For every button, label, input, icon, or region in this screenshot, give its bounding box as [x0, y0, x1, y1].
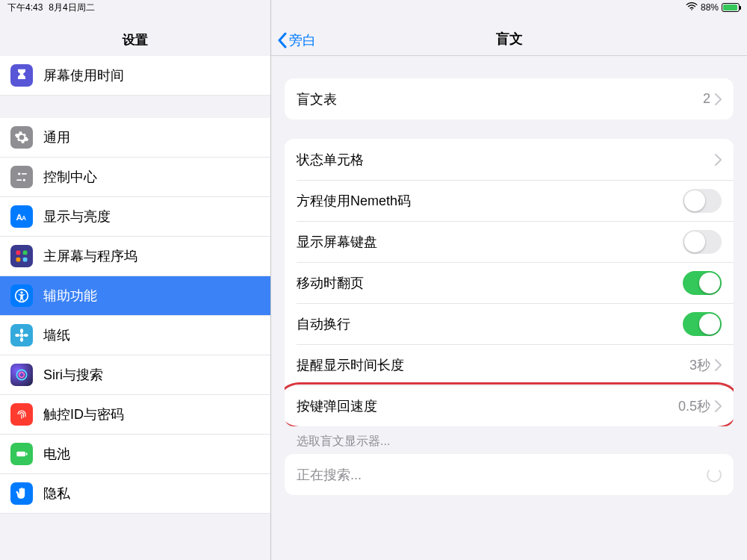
sidebar-item-touchid[interactable]: 触控ID与密码 [0, 395, 270, 435]
svg-point-18 [16, 370, 26, 379]
sidebar-item-control-center[interactable]: 控制中心 [0, 158, 270, 197]
sidebar-item-general[interactable]: 通用 [0, 118, 270, 158]
sidebar-item-siri[interactable]: Siri与搜索 [0, 355, 270, 395]
sidebar-item-label: 隐私 [43, 485, 260, 503]
svg-rect-20 [16, 452, 25, 457]
back-button[interactable]: 旁白 [277, 31, 316, 49]
svg-point-0 [691, 9, 692, 10]
battery-icon [722, 3, 740, 12]
spinner-icon [707, 467, 722, 482]
cell-panning: 移动时翻页 [285, 262, 734, 303]
cell-label: 显示屏幕键盘 [297, 233, 683, 251]
cell-label: 提醒显示时间长度 [297, 356, 689, 374]
fingerprint-icon [10, 403, 33, 426]
svg-rect-2 [22, 173, 27, 175]
sidebar-item-label: 控制中心 [43, 168, 260, 186]
cell-value: 0.5秒 [678, 397, 710, 415]
back-button-label: 旁白 [289, 31, 316, 49]
battery-percent: 88% [701, 2, 719, 13]
group-braille-options: 状态单元格 方程使用Nemeth码 显示屏幕键盘 移动时翻页 自动换行 [285, 139, 734, 426]
sidebar-item-label: 显示与亮度 [43, 208, 260, 225]
switch-show-keyboard[interactable] [683, 230, 722, 254]
hand-icon [10, 482, 33, 505]
cell-nemeth: 方程使用Nemeth码 [285, 180, 734, 221]
sidebar-item-display[interactable]: AA 显示与亮度 [0, 197, 270, 237]
svg-point-3 [23, 179, 25, 181]
sidebar-item-label: Siri与搜索 [43, 366, 260, 384]
settings-sidebar: 设置 屏幕使用时间 通用 控制中心 [0, 0, 271, 560]
status-bar: 下午4:43 8月4日周二 88% [0, 0, 747, 15]
svg-point-17 [24, 334, 28, 337]
sidebar-item-label: 辅助功能 [43, 287, 260, 305]
chevron-right-icon [715, 359, 722, 371]
detail-pane: 旁白 盲文 盲文表 2 状态单元格 方程使用Nemeth码 [271, 0, 747, 560]
svg-point-15 [20, 337, 23, 342]
sidebar-item-screen-time[interactable]: 屏幕使用时间 [0, 56, 270, 96]
sidebar-item-battery[interactable]: 电池 [0, 435, 270, 474]
svg-point-12 [20, 291, 22, 293]
cell-searching: 正在搜索... [285, 454, 734, 495]
chevron-right-icon [715, 93, 722, 105]
choose-display-header: 选取盲文显示器... [285, 426, 734, 454]
cell-status-cell[interactable]: 状态单元格 [285, 139, 734, 180]
group-braille-table: 盲文表 2 [285, 78, 734, 119]
cell-braille-table[interactable]: 盲文表 2 [285, 78, 734, 119]
sidebar-item-privacy[interactable]: 隐私 [0, 474, 270, 514]
svg-point-14 [20, 329, 23, 333]
cell-label: 自动换行 [297, 315, 683, 333]
svg-point-1 [18, 172, 20, 175]
svg-rect-9 [16, 258, 21, 262]
cell-word-wrap: 自动换行 [285, 303, 734, 344]
sidebar-item-home-screen[interactable]: 主屏幕与程序坞 [0, 237, 270, 276]
sidebar-item-label: 通用 [43, 128, 260, 146]
sidebar-item-label: 墙纸 [43, 326, 260, 344]
cell-label: 方程使用Nemeth码 [297, 192, 683, 210]
svg-rect-10 [23, 258, 28, 262]
cell-alert-duration[interactable]: 提醒显示时间长度 3秒 [285, 344, 734, 385]
svg-point-19 [19, 373, 25, 378]
accessibility-icon [10, 284, 33, 307]
svg-rect-4 [16, 179, 22, 181]
flower-icon [10, 324, 33, 346]
app-grid-icon [10, 245, 33, 267]
cell-value: 2 [703, 91, 710, 107]
svg-text:A: A [22, 214, 26, 222]
wifi-icon [686, 2, 698, 13]
svg-rect-21 [26, 452, 28, 455]
cell-label: 正在搜索... [297, 466, 707, 484]
status-time: 下午4:43 [7, 1, 43, 14]
sidebar-item-label: 屏幕使用时间 [43, 66, 260, 84]
switch-panning[interactable] [683, 271, 722, 295]
battery-icon [10, 443, 33, 465]
svg-rect-7 [16, 251, 21, 255]
svg-point-13 [20, 334, 24, 337]
cell-label: 状态单元格 [297, 151, 715, 169]
text-size-icon: AA [10, 205, 33, 228]
siri-icon [10, 364, 33, 386]
hourglass-icon [10, 64, 33, 87]
svg-point-16 [15, 334, 19, 337]
page-title: 盲文 [496, 30, 523, 48]
gear-icon [10, 126, 33, 149]
switch-word-wrap[interactable] [683, 312, 722, 336]
switch-nemeth[interactable] [683, 189, 722, 213]
sidebar-item-label: 触控ID与密码 [43, 405, 260, 423]
status-date: 8月4日周二 [49, 1, 94, 14]
chevron-right-icon [715, 154, 722, 166]
sliders-icon [10, 166, 33, 188]
cell-key-repeat[interactable]: 按键弹回速度 0.5秒 [285, 385, 734, 426]
cell-value: 3秒 [689, 356, 710, 374]
group-search-display: 正在搜索... [285, 454, 734, 495]
cell-label: 盲文表 [297, 90, 703, 108]
sidebar-item-accessibility[interactable]: 辅助功能 [0, 276, 270, 316]
cell-label: 移动时翻页 [297, 274, 683, 292]
chevron-right-icon [715, 400, 722, 412]
cell-label: 按键弹回速度 [297, 397, 678, 415]
sidebar-item-wallpaper[interactable]: 墙纸 [0, 316, 270, 355]
cell-show-keyboard: 显示屏幕键盘 [285, 221, 734, 262]
svg-rect-8 [23, 251, 28, 255]
sidebar-item-label: 主屏幕与程序坞 [43, 247, 260, 265]
sidebar-item-label: 电池 [43, 445, 260, 463]
